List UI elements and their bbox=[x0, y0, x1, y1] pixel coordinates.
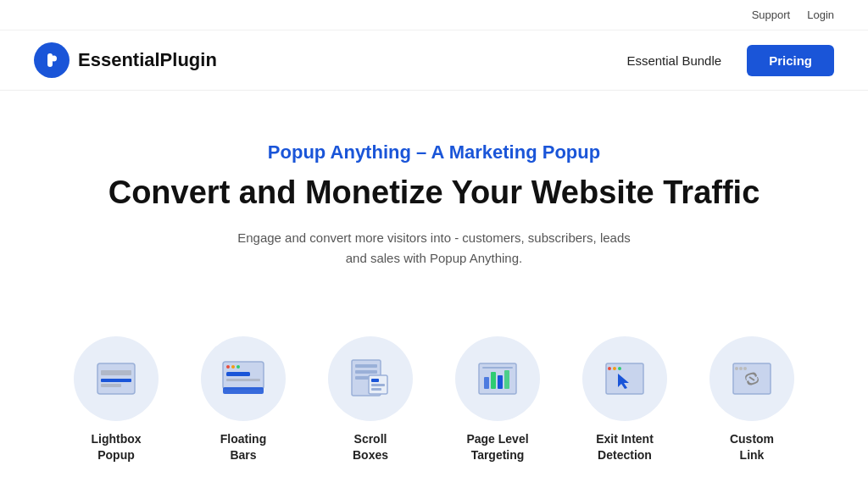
svg-rect-4 bbox=[101, 379, 131, 382]
targeting-label: Page LevelTargeting bbox=[466, 431, 528, 464]
hero-section: Popup Anything – A Marketing Popup Conve… bbox=[0, 91, 868, 302]
stats-bar: ⬇ Active Install 50,000+ W ★★★★★ 50+ 5-S… bbox=[0, 481, 868, 499]
svg-rect-19 bbox=[371, 384, 385, 386]
logo-bold: Plugin bbox=[160, 49, 217, 70]
svg-rect-24 bbox=[491, 372, 496, 389]
feature-lightbox: LightboxPopup bbox=[57, 336, 175, 464]
hero-title: Convert and Monetize Your Website Traffi… bbox=[17, 174, 851, 213]
svg-rect-15 bbox=[355, 370, 377, 374]
support-link[interactable]: Support bbox=[752, 8, 791, 21]
exit-label: Exit IntentDetection bbox=[596, 431, 654, 464]
svg-point-8 bbox=[231, 365, 235, 369]
svg-rect-23 bbox=[484, 377, 489, 389]
feature-scroll: ScrollBoxes bbox=[311, 336, 430, 464]
logo-icon bbox=[34, 42, 70, 78]
lightbox-label: LightboxPopup bbox=[91, 431, 141, 464]
svg-rect-18 bbox=[371, 379, 379, 382]
svg-point-30 bbox=[618, 367, 621, 370]
svg-rect-10 bbox=[226, 372, 250, 376]
exit-icon-circle bbox=[582, 336, 667, 421]
features-row: LightboxPopup FloatingBars bbox=[0, 302, 868, 481]
svg-rect-26 bbox=[504, 370, 509, 389]
nav-bundle-link[interactable]: Essential Bundle bbox=[626, 53, 721, 68]
login-link[interactable]: Login bbox=[807, 8, 834, 21]
floating-icon-circle bbox=[201, 336, 286, 421]
svg-point-7 bbox=[226, 365, 230, 369]
custom-icon bbox=[725, 352, 779, 406]
floating-label: FloatingBars bbox=[220, 431, 266, 464]
scroll-label: ScrollBoxes bbox=[353, 431, 388, 464]
custom-icon-circle bbox=[709, 336, 794, 421]
scroll-icon-circle bbox=[328, 336, 413, 421]
svg-rect-11 bbox=[226, 379, 260, 381]
svg-rect-12 bbox=[223, 387, 264, 394]
scroll-icon bbox=[343, 352, 398, 406]
logo-text: EssentialPlugin bbox=[78, 49, 217, 71]
feature-targeting: Page LevelTargeting bbox=[438, 336, 557, 464]
svg-rect-22 bbox=[482, 367, 513, 369]
top-bar: Support Login bbox=[0, 0, 868, 30]
logo-brand: Essential bbox=[78, 49, 160, 70]
svg-point-9 bbox=[236, 365, 240, 369]
svg-point-34 bbox=[739, 367, 743, 370]
svg-rect-20 bbox=[371, 388, 381, 391]
svg-point-35 bbox=[743, 367, 747, 370]
feature-custom: CustomLink bbox=[693, 336, 811, 464]
feature-exit: Exit IntentDetection bbox=[565, 336, 684, 464]
svg-rect-5 bbox=[101, 384, 121, 387]
targeting-icon-circle bbox=[455, 336, 540, 421]
main-nav: Essential Bundle Pricing bbox=[626, 45, 834, 76]
floating-icon bbox=[216, 352, 270, 406]
svg-rect-3 bbox=[101, 370, 131, 375]
svg-point-33 bbox=[735, 367, 738, 370]
svg-rect-25 bbox=[498, 375, 503, 389]
svg-point-28 bbox=[608, 367, 611, 370]
svg-point-1 bbox=[51, 56, 57, 62]
feature-floating: FloatingBars bbox=[184, 336, 303, 464]
hero-subtitle: Popup Anything – A Marketing Popup bbox=[17, 141, 851, 164]
pricing-button[interactable]: Pricing bbox=[747, 45, 834, 76]
svg-rect-14 bbox=[355, 364, 377, 368]
svg-point-29 bbox=[613, 367, 616, 370]
exit-icon bbox=[598, 352, 652, 406]
targeting-icon bbox=[470, 352, 525, 406]
svg-rect-27 bbox=[606, 363, 643, 394]
header: EssentialPlugin Essential Bundle Pricing bbox=[0, 30, 868, 91]
custom-label: CustomLink bbox=[730, 431, 774, 464]
lightbox-icon-circle bbox=[74, 336, 159, 421]
hero-description: Engage and convert more visitors into - … bbox=[231, 228, 637, 269]
logo[interactable]: EssentialPlugin bbox=[34, 42, 217, 78]
lightbox-icon bbox=[89, 352, 143, 406]
